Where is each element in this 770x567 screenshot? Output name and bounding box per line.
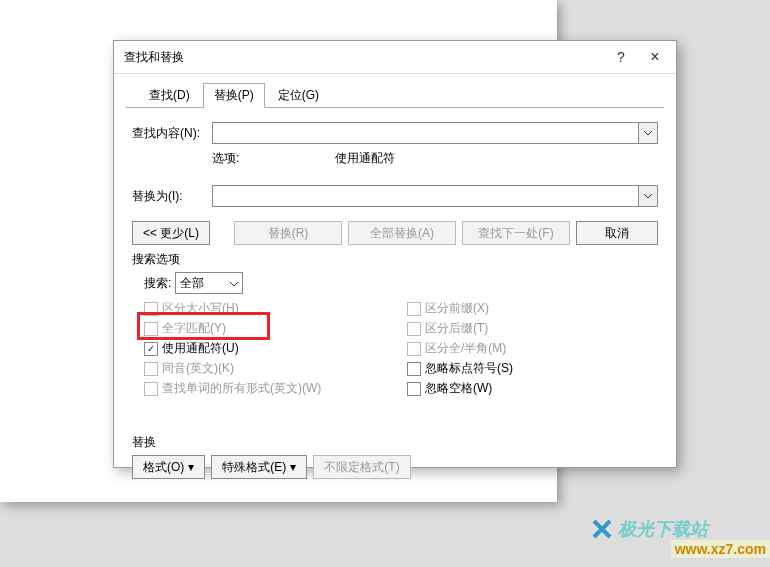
- tab-goto[interactable]: 定位(G): [267, 83, 330, 108]
- all-word-forms-check: 查找单词的所有形式(英文)(W): [144, 380, 395, 397]
- replace-section-label: 替换: [132, 434, 658, 451]
- special-format-button[interactable]: 特殊格式(E)▾: [211, 455, 307, 479]
- watermark-url: www.xz7.com: [671, 540, 770, 558]
- match-suffix-check: 区分后缀(T): [407, 320, 658, 337]
- dialog-content: 查找内容(N): 选项: 使用通配符 替换为(I): << 更少(L) 替换(R…: [114, 108, 676, 499]
- cancel-button[interactable]: 取消: [576, 221, 658, 245]
- chevron-down-icon: [644, 194, 652, 199]
- less-button[interactable]: << 更少(L): [132, 221, 210, 245]
- replace-button[interactable]: 替换(R): [234, 221, 342, 245]
- match-case-check: 区分大小写(H): [144, 300, 395, 317]
- find-next-button[interactable]: 查找下一处(F): [462, 221, 570, 245]
- watermark-title: 极光下载站: [618, 517, 708, 541]
- format-button[interactable]: 格式(O)▾: [132, 455, 205, 479]
- replace-label: 替换为(I):: [132, 188, 212, 205]
- chevron-down-icon: [230, 276, 238, 290]
- replace-all-button[interactable]: 全部替换(A): [348, 221, 456, 245]
- sounds-like-check: 同音(英文)(K): [144, 360, 395, 377]
- search-direction-select[interactable]: 全部: [175, 272, 243, 294]
- chevron-down-icon: ▾: [188, 460, 194, 474]
- tab-find[interactable]: 查找(D): [138, 83, 201, 108]
- checkbox-icon: [144, 342, 158, 356]
- find-input[interactable]: [212, 122, 658, 144]
- dialog-titlebar: 查找和替换 ? ×: [114, 41, 676, 74]
- use-wildcards-check[interactable]: 使用通配符(U): [144, 340, 395, 357]
- search-options-label: 搜索选项: [132, 251, 658, 268]
- replace-input[interactable]: [212, 185, 658, 207]
- action-buttons: << 更少(L) 替换(R) 全部替换(A) 查找下一处(F) 取消: [132, 221, 658, 245]
- replace-dropdown-button[interactable]: [638, 186, 657, 206]
- watermark-logo-icon: [590, 517, 614, 541]
- match-prefix-check: 区分前缀(X): [407, 300, 658, 317]
- dialog-title: 查找和替换: [124, 49, 604, 66]
- help-button[interactable]: ?: [604, 43, 638, 71]
- options-row: 选项: 使用通配符: [132, 150, 658, 167]
- find-label: 查找内容(N):: [132, 125, 212, 142]
- search-direction-label: 搜索:: [144, 275, 171, 292]
- ignore-punct-check[interactable]: 忽略标点符号(S): [407, 360, 658, 377]
- options-value: 使用通配符: [335, 151, 395, 165]
- ignore-space-check[interactable]: 忽略空格(W): [407, 380, 658, 397]
- checkbox-icon: [407, 362, 421, 376]
- find-replace-dialog: 查找和替换 ? × 查找(D) 替换(P) 定位(G) 查找内容(N): 选项:…: [113, 40, 677, 468]
- help-icon: ?: [617, 49, 625, 65]
- close-icon: ×: [650, 48, 659, 66]
- find-dropdown-button[interactable]: [638, 123, 657, 143]
- options-columns: 区分大小写(H) 全字匹配(Y) 使用通配符(U) 同音(英文)(K) 查找单词…: [132, 297, 658, 400]
- tab-replace[interactable]: 替换(P): [203, 83, 265, 108]
- no-format-button[interactable]: 不限定格式(T): [313, 455, 410, 479]
- chevron-down-icon: [644, 131, 652, 136]
- tab-strip: 查找(D) 替换(P) 定位(G): [126, 74, 664, 108]
- full-half-check: 区分全/半角(M): [407, 340, 658, 357]
- chevron-down-icon: ▾: [290, 460, 296, 474]
- checkbox-icon: [407, 382, 421, 396]
- watermark: 极光下载站 www.xz7.com: [590, 517, 770, 567]
- options-label: 选项:: [212, 150, 332, 167]
- whole-word-check: 全字匹配(Y): [144, 320, 395, 337]
- close-button[interactable]: ×: [638, 43, 672, 71]
